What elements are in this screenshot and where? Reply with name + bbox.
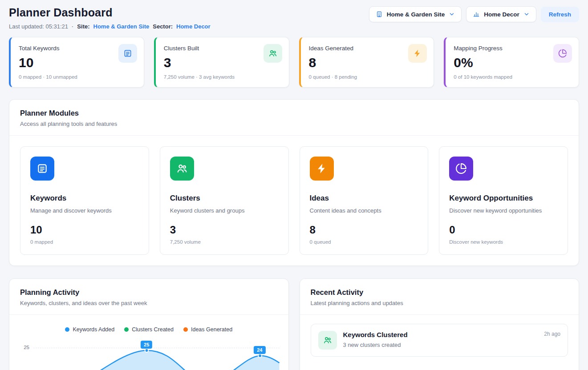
module-description: Content ideas and concepts bbox=[310, 207, 418, 214]
data-point-label: 25 bbox=[141, 341, 152, 349]
header-meta-line: Last updated: 05:31:21 · Site: Home & Ga… bbox=[9, 23, 211, 30]
stats-grid: Total Keywords 10 0 mapped · 10 unmapped… bbox=[9, 37, 579, 88]
module-description: Keyword clusters and groups bbox=[170, 207, 279, 214]
legend-label: Keywords Added bbox=[73, 326, 114, 333]
building-icon bbox=[376, 11, 383, 18]
document-icon bbox=[118, 44, 137, 63]
users-icon bbox=[318, 331, 337, 350]
sector-selector-dropdown[interactable]: Home Decor bbox=[466, 6, 536, 22]
panel-subtitle: Access all planning tools and features bbox=[20, 121, 568, 127]
planner-modules-header: Planner Modules Access all planning tool… bbox=[9, 100, 579, 136]
lightning-icon bbox=[408, 44, 427, 63]
module-subtext: 0 mapped bbox=[30, 239, 139, 245]
modules-grid: Keywords Manage and discover keywords 10… bbox=[9, 136, 579, 265]
header-left: Planner Dashboard Last updated: 05:31:21… bbox=[9, 6, 211, 30]
site-label: Site: bbox=[77, 23, 89, 30]
legend-item-ideas-generated: Ideas Generated bbox=[183, 326, 232, 333]
planning-activity-chart: 25 25 24 bbox=[9, 339, 288, 370]
recent-activity-header: Recent Activity Latest planning actions … bbox=[300, 279, 579, 315]
stat-subtext: 7,250 volume · 3 avg keywords bbox=[164, 74, 281, 80]
module-card-keyword-opportunities[interactable]: Keyword Opportunities Discover new keywo… bbox=[439, 146, 568, 255]
chart-plot-area: 25 24 bbox=[33, 339, 280, 370]
module-card-keywords[interactable]: Keywords Manage and discover keywords 10… bbox=[20, 146, 149, 255]
activity-timestamp: 2h ago bbox=[544, 331, 560, 337]
module-title: Keyword Opportunities bbox=[449, 194, 558, 203]
stat-subtext: 0 mapped · 10 unmapped bbox=[19, 74, 136, 80]
module-value: 0 bbox=[449, 224, 558, 236]
document-icon bbox=[30, 157, 54, 181]
legend-dot bbox=[183, 327, 188, 332]
lightning-icon bbox=[310, 157, 334, 181]
sector-selector-label: Home Decor bbox=[484, 11, 519, 18]
stat-card-ideas-generated: Ideas Generated 8 0 queued · 8 pending bbox=[299, 37, 434, 88]
refresh-button[interactable]: Refresh bbox=[541, 7, 579, 22]
users-icon bbox=[170, 157, 194, 181]
area-series-keywords-added bbox=[33, 339, 280, 370]
legend-label: Clusters Created bbox=[132, 326, 174, 333]
planner-modules-panel: Planner Modules Access all planning tool… bbox=[9, 99, 579, 266]
header-controls: Home & Garden Site Home Decor Refresh bbox=[369, 6, 579, 22]
panel-title: Planner Modules bbox=[20, 109, 568, 117]
module-value: 10 bbox=[30, 224, 139, 236]
activity-title: Keywords Clustered bbox=[343, 331, 538, 338]
module-value: 3 bbox=[170, 224, 279, 236]
site-link[interactable]: Home & Garden Site bbox=[93, 23, 150, 30]
activity-description: 3 new clusters created bbox=[343, 342, 538, 348]
panel-title: Planning Activity bbox=[20, 288, 278, 297]
site-selector-dropdown[interactable]: Home & Garden Site bbox=[369, 6, 462, 22]
module-card-ideas[interactable]: Ideas Content ideas and concepts 8 0 que… bbox=[300, 146, 429, 255]
meta-separator: · bbox=[72, 23, 73, 30]
y-axis-tick: 25 bbox=[19, 339, 33, 370]
stat-subtext: 0 queued · 8 pending bbox=[309, 74, 426, 80]
module-value: 8 bbox=[310, 224, 418, 236]
planning-activity-card: Planning Activity Keywords, clusters, an… bbox=[9, 278, 289, 370]
stat-card-total-keywords: Total Keywords 10 0 mapped · 10 unmapped bbox=[9, 37, 144, 88]
module-subtext: Discover new keywords bbox=[449, 239, 558, 245]
planning-activity-header: Planning Activity Keywords, clusters, an… bbox=[9, 279, 288, 315]
module-card-clusters[interactable]: Clusters Keyword clusters and groups 3 7… bbox=[160, 146, 289, 255]
sector-link[interactable]: Home Decor bbox=[176, 23, 211, 30]
bar-chart-icon bbox=[473, 11, 480, 18]
module-description: Discover new keyword opportunities bbox=[449, 207, 558, 214]
module-subtext: 0 queued bbox=[310, 239, 418, 245]
stat-subtext: 0 of 10 keywords mapped bbox=[454, 74, 571, 80]
module-subtext: 7,250 volume bbox=[170, 239, 279, 245]
module-title: Ideas bbox=[310, 194, 418, 203]
panel-subtitle: Keywords, clusters, and ideas over the p… bbox=[20, 300, 278, 306]
module-description: Manage and discover keywords bbox=[30, 207, 139, 214]
legend-dot bbox=[65, 327, 69, 332]
stat-card-mapping-progress: Mapping Progress 0% 0 of 10 keywords map… bbox=[444, 37, 579, 88]
pie-chart-icon bbox=[553, 44, 572, 63]
last-updated-text: Last updated: 05:31:21 bbox=[9, 23, 68, 30]
module-title: Keywords bbox=[30, 194, 139, 203]
page-title: Planner Dashboard bbox=[9, 6, 211, 19]
legend-label: Ideas Generated bbox=[191, 326, 232, 333]
chart-legend: Keywords Added Clusters Created Ideas Ge… bbox=[9, 315, 288, 333]
legend-dot bbox=[124, 327, 129, 332]
users-icon bbox=[264, 44, 282, 63]
chevron-down-icon bbox=[449, 11, 455, 17]
recent-activity-card: Recent Activity Latest planning actions … bbox=[300, 278, 580, 370]
panel-title: Recent Activity bbox=[311, 288, 568, 297]
pie-chart-icon bbox=[449, 157, 473, 181]
panel-subtitle: Latest planning actions and updates bbox=[311, 300, 568, 306]
data-point-label: 24 bbox=[254, 346, 265, 354]
activity-texts: Keywords Clustered 3 new clusters create… bbox=[343, 331, 538, 348]
legend-item-clusters-created: Clusters Created bbox=[124, 326, 174, 333]
legend-item-keywords-added: Keywords Added bbox=[65, 326, 114, 333]
stat-card-clusters-built: Clusters Built 3 7,250 volume · 3 avg ke… bbox=[154, 37, 289, 88]
module-title: Clusters bbox=[170, 194, 279, 203]
sector-label: Sector: bbox=[153, 23, 173, 30]
activity-list-item: Keywords Clustered 3 new clusters create… bbox=[311, 324, 568, 357]
bottom-section: Planning Activity Keywords, clusters, an… bbox=[9, 278, 579, 370]
page-header: Planner Dashboard Last updated: 05:31:21… bbox=[9, 6, 579, 30]
planner-dashboard-page: Planner Dashboard Last updated: 05:31:21… bbox=[0, 0, 588, 370]
site-selector-label: Home & Garden Site bbox=[387, 11, 445, 18]
chevron-down-icon bbox=[523, 11, 530, 17]
